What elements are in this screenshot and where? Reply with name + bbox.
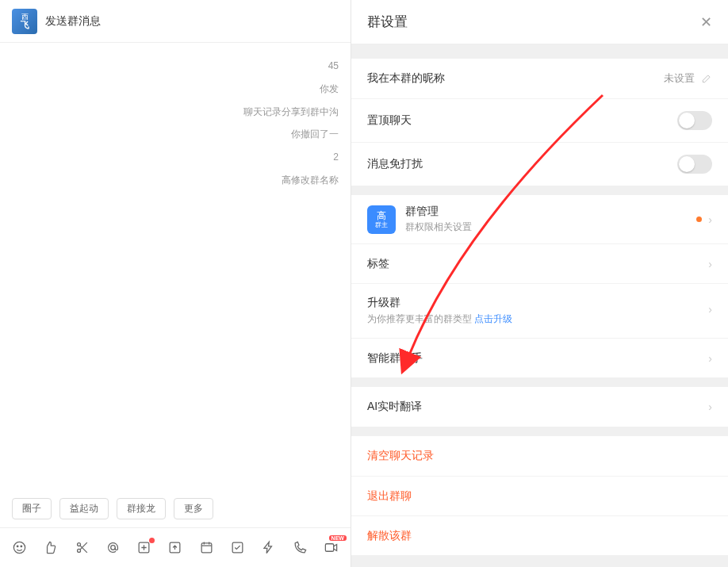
mention-icon[interactable] bbox=[105, 540, 121, 556]
chat-area: 西 飞 发送群消息 45 你发 聊天记录分享到群中沟 你撤回了一 2 高修改群名… bbox=[0, 0, 351, 567]
owner-badge-small: 群主 bbox=[375, 222, 388, 228]
disband-group-row[interactable]: 解散该群 bbox=[351, 515, 728, 555]
group-mgmt-subtitle: 群权限相关设置 bbox=[405, 220, 696, 234]
svg-rect-8 bbox=[201, 543, 212, 553]
upgrade-row[interactable]: 升级群 为你推荐更丰富的群类型 点击升级 › bbox=[351, 283, 728, 338]
message-item: 你撤回了一 bbox=[12, 123, 339, 146]
chevron-right-icon: › bbox=[708, 258, 712, 270]
message-item: 高修改群名称 bbox=[12, 169, 339, 192]
close-icon[interactable]: ✕ bbox=[700, 13, 712, 31]
clear-chat-row[interactable]: 清空聊天记录 bbox=[351, 436, 728, 476]
edit-icon bbox=[701, 73, 712, 84]
pin-top-toggle[interactable] bbox=[677, 111, 712, 130]
phone-icon[interactable] bbox=[292, 540, 307, 556]
chevron-right-icon: › bbox=[708, 352, 712, 365]
mute-toggle[interactable] bbox=[677, 155, 712, 174]
quick-actions: 圈子 益起动 群接龙 更多 bbox=[0, 490, 351, 527]
tags-row[interactable]: 标签 › bbox=[351, 243, 728, 283]
chip-activity[interactable]: 益起动 bbox=[59, 498, 109, 519]
translate-label: AI实时翻译 bbox=[367, 400, 422, 414]
pin-top-row: 置顶聊天 bbox=[351, 98, 728, 142]
thumbs-up-icon[interactable] bbox=[43, 540, 58, 556]
group-management-row[interactable]: 高 群主 群管理 群权限相关设置 › bbox=[351, 195, 728, 243]
lightning-icon[interactable] bbox=[261, 540, 276, 556]
checklist-icon[interactable] bbox=[230, 540, 245, 556]
panel-title: 群设置 bbox=[367, 13, 408, 31]
nickname-row[interactable]: 我在本群的昵称 未设置 bbox=[351, 59, 728, 98]
owner-badge: 高 群主 bbox=[367, 205, 396, 234]
mute-row: 消息免打扰 bbox=[351, 142, 728, 186]
upgrade-subtitle: 为你推荐更丰富的群类型 点击升级 bbox=[367, 312, 512, 326]
group-mgmt-title: 群管理 bbox=[405, 205, 696, 219]
input-toolbar: NEW bbox=[0, 527, 351, 567]
assistant-row[interactable]: 智能群助手 › bbox=[351, 338, 728, 377]
mute-label: 消息免打扰 bbox=[367, 157, 423, 171]
panel-header: 群设置 ✕ bbox=[351, 0, 728, 44]
upgrade-label: 升级群 bbox=[367, 296, 400, 310]
clear-chat-label: 清空聊天记录 bbox=[367, 449, 434, 463]
pin-top-label: 置顶聊天 bbox=[367, 113, 412, 128]
chevron-right-icon: › bbox=[708, 213, 712, 226]
group-mgmt-text: 群管理 群权限相关设置 bbox=[405, 205, 696, 234]
nickname-value: 未设置 bbox=[664, 71, 695, 86]
avatar-line2: 飞 bbox=[21, 21, 29, 29]
svg-point-3 bbox=[77, 543, 80, 546]
assistant-label: 智能群助手 bbox=[367, 351, 423, 366]
svg-point-4 bbox=[77, 549, 80, 552]
message-list: 45 你发 聊天记录分享到群中沟 你撤回了一 2 高修改群名称 bbox=[0, 43, 351, 490]
translate-row[interactable]: AI实时翻译 › bbox=[351, 387, 728, 427]
scissors-icon[interactable] bbox=[75, 540, 90, 556]
chip-more[interactable]: 更多 bbox=[174, 498, 213, 519]
chevron-right-icon: › bbox=[708, 400, 712, 413]
message-item: 2 bbox=[12, 146, 339, 169]
tags-label: 标签 bbox=[367, 257, 389, 271]
attach-icon[interactable] bbox=[136, 540, 151, 556]
chat-header: 西 飞 发送群消息 bbox=[0, 0, 351, 43]
notification-dot bbox=[696, 216, 702, 222]
upload-icon[interactable] bbox=[167, 540, 182, 556]
upgrade-link[interactable]: 点击升级 bbox=[474, 313, 512, 324]
svg-point-1 bbox=[17, 546, 18, 547]
message-item: 你发 bbox=[12, 78, 339, 101]
group-avatar[interactable]: 西 飞 bbox=[12, 9, 37, 34]
settings-panel: 群设置 ✕ 我在本群的昵称 未设置 置顶聊天 消息免打扰 高 群主 群管理 bbox=[351, 0, 728, 567]
chip-chain[interactable]: 群接龙 bbox=[117, 498, 166, 519]
chevron-right-icon: › bbox=[708, 303, 712, 316]
message-item: 聊天记录分享到群中沟 bbox=[12, 101, 339, 124]
svg-rect-10 bbox=[325, 544, 333, 552]
video-icon[interactable]: NEW bbox=[324, 540, 339, 556]
chip-circle[interactable]: 圈子 bbox=[12, 498, 52, 519]
svg-point-0 bbox=[14, 542, 25, 553]
svg-point-2 bbox=[21, 546, 22, 547]
leave-group-label: 退出群聊 bbox=[367, 489, 412, 504]
calendar-icon[interactable] bbox=[199, 540, 214, 556]
leave-group-row[interactable]: 退出群聊 bbox=[351, 476, 728, 515]
disband-group-label: 解散该群 bbox=[367, 529, 412, 543]
chat-title: 发送群消息 bbox=[45, 14, 101, 29]
message-item: 45 bbox=[12, 55, 339, 78]
emoji-icon[interactable] bbox=[12, 540, 27, 556]
owner-badge-top: 高 bbox=[377, 211, 386, 220]
nickname-label: 我在本群的昵称 bbox=[367, 71, 445, 86]
svg-point-5 bbox=[111, 546, 116, 550]
